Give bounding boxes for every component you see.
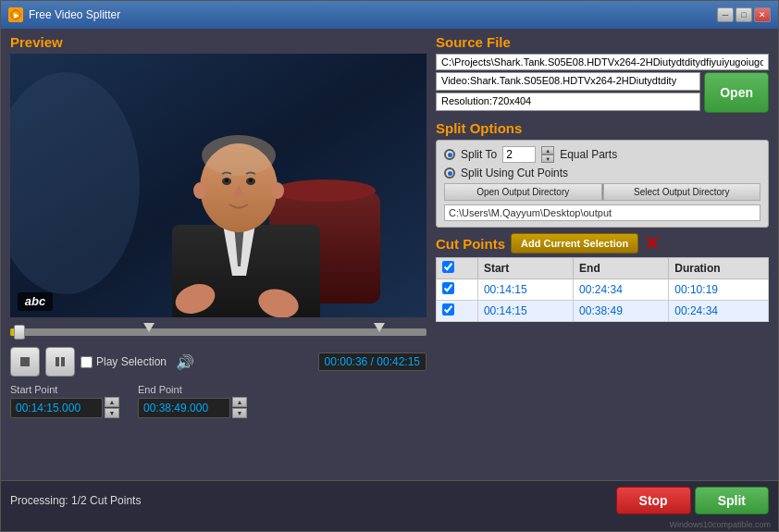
progress-area	[10, 323, 427, 343]
play-selection-checkbox[interactable]	[80, 356, 93, 368]
cut-points-label: Cut Points	[436, 236, 505, 252]
close-button[interactable]: ✕	[754, 7, 771, 22]
volume-icon[interactable]: 🔊	[176, 353, 194, 371]
split-count-down[interactable]: ▼	[541, 155, 554, 163]
total-time: 00:42:15	[377, 355, 420, 368]
table-row: 00:14:15 00:38:49 00:24:34	[437, 301, 769, 322]
remove-selection-button[interactable]: ✕	[644, 234, 660, 253]
row-duration-1: 00:24:34	[669, 301, 769, 322]
seek-bar-container[interactable]	[10, 323, 427, 341]
open-file-button[interactable]: Open	[704, 72, 769, 113]
start-point-label: Start Point	[10, 384, 119, 395]
select-output-button[interactable]: Select Output Directory	[603, 183, 761, 201]
end-point-input[interactable]	[138, 398, 230, 418]
row-checkbox-0[interactable]	[442, 282, 454, 294]
split-to-radio-inner	[448, 153, 452, 157]
top-row: Preview	[10, 34, 769, 475]
bottom-bar: Processing: 1/2 Cut Points Stop Split	[1, 480, 778, 520]
app-icon: ▶	[8, 7, 23, 22]
end-point-label: End Point	[138, 384, 247, 395]
output-path-input[interactable]	[444, 204, 760, 221]
seek-bar-bg	[10, 328, 427, 336]
split-count-input[interactable]	[502, 146, 536, 163]
svg-rect-24	[56, 357, 59, 366]
end-up-button[interactable]: ▲	[232, 397, 247, 407]
select-all-checkbox[interactable]	[442, 261, 454, 273]
cut-points-header: Cut Points Add Current Selection ✕	[436, 233, 769, 254]
table-row: 00:14:15 00:24:34 00:10:19	[437, 279, 769, 301]
svg-point-12	[202, 135, 276, 176]
source-file-label: Source File	[436, 34, 769, 50]
left-panel: Preview	[10, 34, 427, 475]
cut-points-section: Cut Points Add Current Selection ✕ Start	[436, 233, 769, 475]
svg-point-5	[274, 179, 376, 202]
action-area: Stop Split	[616, 487, 769, 514]
col-start: Start	[477, 258, 573, 279]
start-point-group: Start Point ▲ ▼	[10, 384, 119, 418]
play-selection-label: Play Selection	[96, 355, 167, 368]
start-marker	[143, 323, 155, 332]
row-checkbox-cell[interactable]	[437, 301, 478, 322]
start-spin-buttons: ▲ ▼	[105, 397, 119, 418]
row-checkbox-1[interactable]	[442, 303, 454, 315]
equal-parts-text: Equal Parts	[560, 148, 617, 161]
start-up-button[interactable]: ▲	[105, 397, 119, 407]
split-button[interactable]: Split	[695, 487, 769, 514]
svg-point-16	[249, 179, 253, 182]
preview-label: Preview	[10, 34, 427, 50]
svg-rect-23	[20, 357, 30, 366]
svg-point-15	[225, 179, 229, 182]
start-point-input[interactable]	[10, 398, 103, 418]
window-title: Free Video Splitter	[29, 8, 120, 21]
cut-points-radio-inner	[448, 171, 452, 176]
start-down-button[interactable]: ▼	[105, 408, 119, 418]
split-options-label: Split Options	[436, 120, 769, 136]
cut-points-table: Start End Duration 00:14:15 00:24:34 00:…	[436, 257, 769, 322]
row-end-1: 00:38:49	[574, 301, 669, 322]
row-checkbox-cell[interactable]	[437, 279, 478, 301]
svg-point-17	[193, 182, 206, 199]
minimize-button[interactable]: ─	[717, 7, 734, 22]
start-input-row: ▲ ▼	[10, 397, 119, 418]
split-count-spin: ▲ ▼	[541, 146, 554, 163]
row-start-0: 00:14:15	[477, 279, 573, 301]
svg-rect-25	[61, 357, 65, 366]
col-check	[437, 258, 478, 279]
stop-button[interactable]: Stop	[616, 487, 691, 514]
maximize-button[interactable]: □	[736, 7, 752, 22]
right-panel: Source File Video:Shark.Tank.S05E08.HDTV…	[436, 34, 769, 475]
source-file-path[interactable]	[436, 54, 769, 70]
col-duration: Duration	[669, 258, 769, 279]
seek-handle[interactable]	[14, 325, 25, 340]
output-btns-row: Open Output Directory | Select Output Di…	[444, 183, 760, 201]
time-display: 00:00:36 / 00:42:15	[318, 353, 427, 371]
split-to-radio[interactable]	[444, 149, 455, 160]
split-options-area: Split To ▲ ▼ Equal Parts Split Using Cut…	[436, 140, 769, 228]
row-end-0: 00:24:34	[574, 279, 669, 301]
end-spin-buttons: ▲ ▼	[232, 397, 247, 418]
title-bar-controls: ─ □ ✕	[717, 7, 771, 22]
split-count-up[interactable]: ▲	[541, 146, 554, 155]
split-to-row: Split To ▲ ▼ Equal Parts	[444, 146, 760, 163]
svg-point-18	[271, 182, 284, 199]
row-start-1: 00:14:15	[477, 301, 573, 322]
title-bar-left: ▶ Free Video Splitter	[8, 7, 120, 22]
source-info-resolution: Resolution:720x404	[436, 93, 700, 111]
cut-points-radio[interactable]	[444, 167, 455, 179]
svg-text:abc: abc	[25, 294, 46, 308]
end-down-button[interactable]: ▼	[232, 408, 247, 418]
stop-playback-button[interactable]	[10, 347, 40, 377]
row-duration-0: 00:10:19	[669, 279, 769, 301]
play-selection-toggle[interactable]: Play Selection	[80, 355, 167, 368]
col-end: End	[574, 258, 669, 279]
pause-button[interactable]	[45, 347, 75, 377]
current-time: 00:00:36	[325, 355, 368, 368]
open-output-button[interactable]: Open Output Directory	[444, 183, 602, 201]
points-row: Start Point ▲ ▼ End Point	[10, 384, 427, 418]
video-area: abc	[10, 54, 427, 317]
end-marker	[374, 323, 385, 332]
add-selection-button[interactable]: Add Current Selection	[511, 233, 638, 254]
split-to-text: Split To	[461, 148, 497, 161]
source-info-video: Video:Shark.Tank.S05E08.HDTVx264-2HDiuty…	[436, 72, 700, 91]
cut-points-row: Split Using Cut Points	[444, 167, 760, 179]
